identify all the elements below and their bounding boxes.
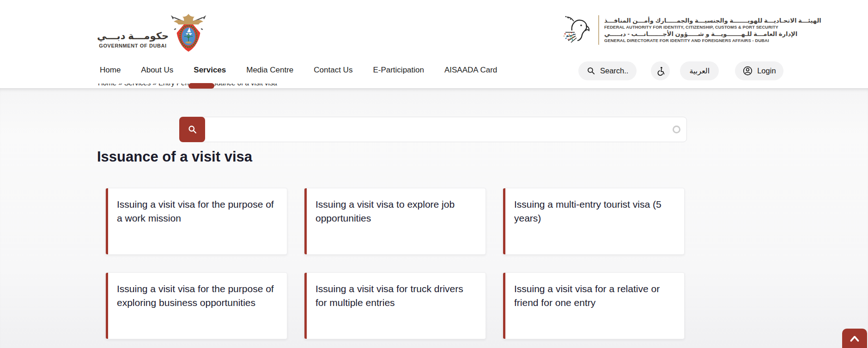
authority-english-line2: GENERAL DIRECTORATE FOR IDENTITY AND FOR… bbox=[604, 38, 821, 43]
service-search-input[interactable] bbox=[183, 117, 687, 142]
card-accent-bar bbox=[106, 188, 108, 254]
user-icon bbox=[742, 66, 753, 76]
service-card[interactable]: Issuing a visit visa for a relative or f… bbox=[503, 272, 685, 339]
service-card[interactable]: Issuing a visit visa to explore job oppo… bbox=[304, 188, 486, 255]
header: حكومـــة دبـــي GOVERNMENT OF DUBAI bbox=[0, 0, 868, 84]
header-search-button[interactable]: Search.. bbox=[578, 61, 637, 80]
login-label: Login bbox=[757, 66, 776, 75]
dubai-crest-icon bbox=[170, 12, 206, 54]
nav-item-aisaada-card[interactable]: AISAADA Card bbox=[444, 66, 497, 75]
nav-active-indicator bbox=[188, 83, 214, 89]
services-grid: Issuing a visit visa for the purpose of … bbox=[105, 188, 685, 339]
falcon-icon bbox=[560, 14, 593, 46]
loading-spinner-icon bbox=[673, 126, 680, 133]
service-card[interactable]: Issuing a visit visa for truck drivers f… bbox=[304, 272, 486, 339]
dubai-gov-arabic-label: حكومـــة دبـــي bbox=[97, 30, 169, 42]
card-accent-bar bbox=[304, 188, 307, 254]
chevron-up-icon bbox=[849, 333, 861, 345]
card-accent-bar bbox=[106, 273, 108, 339]
service-card[interactable]: Issuing a multi-entry tourist visa (5 ye… bbox=[503, 188, 685, 255]
service-card-title: Issuing a visit visa for truck drivers f… bbox=[304, 273, 486, 310]
language-label: العربية bbox=[689, 66, 710, 75]
card-accent-bar bbox=[304, 273, 307, 339]
page-title: Issuance of a visit visa bbox=[97, 149, 252, 165]
nav-item-home[interactable]: Home bbox=[100, 66, 121, 75]
nav-item-about-us[interactable]: About Us bbox=[141, 66, 173, 75]
government-of-dubai-logo[interactable]: حكومـــة دبـــي GOVERNMENT OF DUBAI bbox=[97, 12, 206, 54]
service-card-title: Issuing a visit visa for the purpose of … bbox=[106, 188, 287, 225]
authority-arabic-line1: الهيئـــة الاتحـاديـــة للهويـــــــة وا… bbox=[604, 17, 821, 24]
nav-item-media-centre[interactable]: Media Centre bbox=[246, 66, 293, 75]
service-card-title: Issuing a visit visa for the purpose of … bbox=[106, 273, 287, 310]
page: Home » Services » Entry Permits » Issuan… bbox=[0, 0, 868, 348]
card-accent-bar bbox=[503, 273, 505, 339]
main-nav: Home About Us Services Media Centre Cont… bbox=[100, 66, 497, 75]
scroll-to-top-button[interactable] bbox=[842, 329, 867, 348]
language-toggle-button[interactable]: العربية bbox=[680, 61, 719, 80]
logo-divider bbox=[598, 15, 599, 45]
accessibility-icon bbox=[656, 66, 666, 76]
federal-authority-logo-text: الهيئـــة الاتحـاديـــة للهويـــــــة وا… bbox=[604, 17, 821, 43]
header-search-label: Search.. bbox=[600, 66, 628, 75]
search-icon bbox=[188, 125, 197, 134]
login-button[interactable]: Login bbox=[735, 61, 783, 80]
service-search-bar bbox=[179, 117, 687, 142]
nav-item-contact-us[interactable]: Contact Us bbox=[314, 66, 352, 75]
header-controls: Search.. العربية Login bbox=[578, 61, 783, 80]
card-accent-bar bbox=[503, 188, 505, 254]
service-card-title: Issuing a visit visa to explore job oppo… bbox=[304, 188, 486, 225]
search-icon bbox=[587, 66, 595, 75]
government-of-dubai-logo-text: حكومـــة دبـــي GOVERNMENT OF DUBAI bbox=[97, 18, 169, 48]
authority-english-line1: FEDERAL AUTHORITY FOR IDENTITY, CITIZENS… bbox=[604, 24, 821, 30]
authority-arabic-line2: الإدارة العامـــة للـهـــــــويـــة و شـ… bbox=[604, 30, 821, 38]
nav-item-e-participation[interactable]: E-Participation bbox=[373, 66, 424, 75]
federal-authority-logo[interactable]: الهيئـــة الاتحـاديـــة للهويـــــــة وا… bbox=[560, 14, 821, 46]
service-card-title: Issuing a multi-entry tourist visa (5 ye… bbox=[503, 188, 684, 225]
service-card[interactable]: Issuing a visit visa for the purpose of … bbox=[105, 188, 287, 255]
service-card-title: Issuing a visit visa for a relative or f… bbox=[503, 273, 684, 310]
service-card[interactable]: Issuing a visit visa for the purpose of … bbox=[105, 272, 287, 339]
service-search-submit-button[interactable] bbox=[179, 117, 205, 142]
accessibility-button[interactable] bbox=[651, 61, 670, 80]
nav-item-services[interactable]: Services bbox=[194, 66, 226, 75]
dubai-gov-english-label: GOVERNMENT OF DUBAI bbox=[97, 43, 169, 48]
